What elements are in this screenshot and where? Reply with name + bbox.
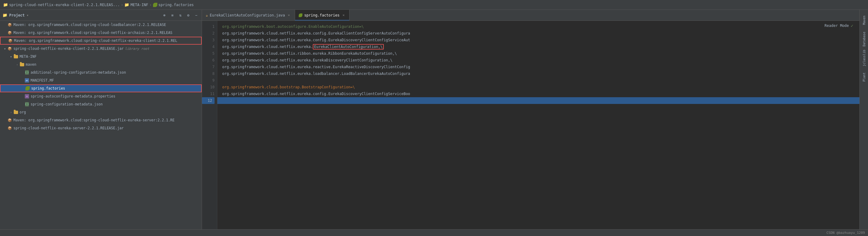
jar-icon: 📦	[8, 38, 13, 43]
settings-button[interactable]: ⚙	[185, 12, 191, 18]
code-line-7: org.springframework.cloud.netflix.eureka…	[217, 64, 860, 70]
tree-item-additional-json[interactable]: { } additional-spring-configuration-meta…	[0, 68, 202, 76]
tab-spring-factories[interactable]: spring.factories ✕	[295, 10, 350, 21]
tree-item-jar-root[interactable]: ▾ 📦 spring-cloud-netflix-eureka-client-2…	[0, 45, 202, 53]
breadcrumb-sep-1: ›	[121, 3, 123, 7]
user-label: CSDN @bazhuayu_1209	[826, 231, 865, 235]
status-bar: CSDN @bazhuayu_1209	[0, 229, 868, 236]
panel-toolbar: ⊕ ≡ ⇅ ⚙ −	[161, 12, 199, 18]
left-panel: 📁 Project ▾ ⊕ ≡ ⇅ ⚙ − 📦 Maven: org.sprin…	[0, 10, 202, 229]
tab-close-java[interactable]: ✕	[287, 13, 291, 18]
panel-title: 📁 Project ▾	[2, 13, 29, 18]
code-line-6: org.springframework.cloud.netflix.eureka…	[217, 57, 860, 64]
breadcrumb-sep-2: ›	[149, 3, 152, 7]
code-line-3: org.springframework.cloud.netflix.eureka…	[217, 37, 860, 43]
code-content: org.springframework.boot.autoconfigure.E…	[217, 21, 860, 229]
java-file-icon: ☕	[206, 13, 208, 18]
collapse-button[interactable]: ≡	[169, 12, 175, 18]
editor-area: 1 2 3 4 5 6 7 8 9 10 11 12 org.springfra…	[202, 21, 860, 229]
main-layout: 📁 Project ▾ ⊕ ≡ ⇅ ⚙ − 📦 Maven: org.sprin…	[0, 10, 868, 229]
reader-mode-button[interactable]: Reader Mode ✓	[825, 23, 853, 28]
spring-factories-icon	[25, 86, 30, 91]
jar-file-icon: 📦	[7, 46, 12, 51]
folder-icon: 📁	[3, 2, 8, 7]
expand-button[interactable]: ⇅	[177, 12, 183, 18]
tree-item-spring-autoconfigure[interactable]: ⚙ spring-autoconfigure-metadata.properti…	[0, 92, 202, 100]
library-root-label: library root	[125, 47, 149, 51]
code-line-2: org.springframework.cloud.netflix.eureka…	[217, 30, 860, 37]
code-line-9	[217, 77, 860, 84]
spring-tab-icon	[299, 13, 302, 17]
code-line-8: org.springframework.cloud.netflix.eureka…	[217, 70, 860, 77]
props-file-icon: ⚙	[25, 94, 29, 99]
tree-item-spring-config-metadata[interactable]: { } spring-configuration-metadata.json	[0, 100, 202, 108]
tree-item-maven-eureka-client[interactable]: 📦 Maven: org.springframework.cloud:sprin…	[0, 37, 202, 45]
code-line-10: org.springframework.cloud.bootstrap.Boot…	[217, 84, 860, 91]
tree-item-spring-factories[interactable]: spring.factories	[0, 85, 202, 92]
tab-eureka-java[interactable]: ☕ EurekaClientAutoConfiguration.java ✕	[202, 10, 295, 21]
json-file-icon-2: { }	[25, 102, 29, 107]
sidebar-tool-database[interactable]: Database	[860, 30, 868, 48]
tab-bar: ☕ EurekaClientAutoConfiguration.java ✕ s…	[202, 10, 860, 21]
expand-arrow-icon: ▾	[2, 47, 7, 50]
maven-folder-icon	[20, 62, 25, 67]
minimize-button[interactable]: −	[193, 12, 199, 18]
tree-item-maven-archaius[interactable]: 📦 Maven: org.springframework.cloud:sprin…	[0, 29, 202, 37]
breadcrumb-part-2[interactable]: 📁 META-INF	[124, 2, 148, 7]
tree-item-meta-inf[interactable]: ▾ META-INF	[0, 53, 202, 61]
code-line-1: org.springframework.boot.autoconfigure.E…	[217, 23, 860, 30]
expand-arrow-icon: ▾	[8, 55, 13, 58]
spring-icon	[153, 3, 157, 7]
checkmark-icon: ✓	[851, 23, 853, 28]
right-sidebar: Maven Database jclasslib Plant	[860, 10, 868, 229]
right-panel: ☕ EurekaClientAutoConfiguration.java ✕ s…	[202, 10, 860, 229]
sidebar-tool-jclasslib[interactable]: jclasslib	[860, 49, 868, 67]
line-numbers: 1 2 3 4 5 6 7 8 9 10 11 12	[202, 21, 217, 229]
json-file-icon: { }	[25, 70, 29, 75]
breadcrumb-spring-factories[interactable]: spring.factories	[153, 3, 194, 7]
project-folder-icon: 📁	[2, 13, 7, 18]
file-tree: 📦 Maven: org.springframework.cloud:sprin…	[0, 21, 202, 229]
sidebar-tool-plant[interactable]: Plant	[860, 68, 868, 86]
jar-icon-server: 📦	[7, 118, 12, 123]
breadcrumb-part-1[interactable]: 📁 spring-cloud-netflix-eureka-client-2.2…	[3, 2, 120, 7]
tree-item-maven-folder[interactable]: › maven	[0, 61, 202, 68]
collapse-arrow-icon: ›	[15, 63, 20, 66]
collapse-arrow-icon: ›	[8, 111, 13, 114]
code-line-12	[217, 97, 860, 104]
code-line-4: org.springframework.cloud.netflix.eureka…	[217, 43, 860, 50]
jar-icon: 📦	[7, 22, 12, 27]
tree-item-manifest[interactable]: MF MANIFEST.MF	[0, 76, 202, 85]
org-folder-icon	[13, 110, 18, 115]
tree-item-maven-eureka-server[interactable]: 📦 Maven: org.springframework.cloud:sprin…	[0, 116, 202, 124]
tree-item-org[interactable]: › org	[0, 108, 202, 116]
code-line-11: org.springframework.cloud.netflix.eureka…	[217, 91, 860, 97]
sync-button[interactable]: ⊕	[161, 12, 167, 18]
mf-file-icon: MF	[25, 78, 29, 83]
meta-inf-folder-icon	[13, 54, 18, 59]
code-line-5: org.springframework.cloud.netflix.ribbon…	[217, 50, 860, 57]
panel-header: 📁 Project ▾ ⊕ ≡ ⇅ ⚙ −	[0, 10, 202, 21]
dropdown-arrow-icon: ▾	[27, 13, 29, 18]
tree-item-eureka-server-jar[interactable]: 📦 spring-cloud-netflix-eureka-server-2.2…	[0, 124, 202, 132]
tree-item-maven-lb[interactable]: 📦 Maven: org.springframework.cloud:sprin…	[0, 21, 202, 29]
meta-inf-folder-icon: 📁	[124, 2, 129, 7]
breadcrumb-bar: 📁 spring-cloud-netflix-eureka-client-2.2…	[0, 0, 868, 10]
jar-icon: 📦	[7, 30, 12, 35]
sidebar-tool-maven[interactable]: Maven	[860, 11, 868, 29]
tab-close-spring[interactable]: ✕	[341, 13, 345, 18]
jar-file-icon-2: 📦	[7, 126, 12, 131]
